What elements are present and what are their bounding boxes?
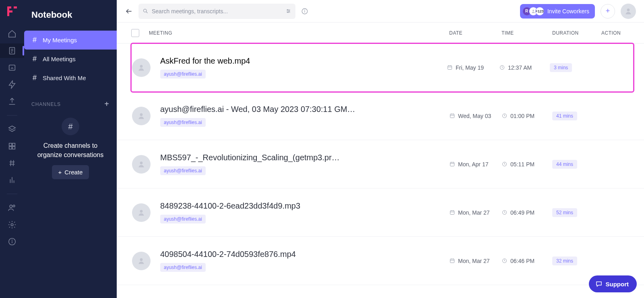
calendar-icon xyxy=(447,64,453,70)
user-avatar[interactable] xyxy=(621,4,636,19)
add-button[interactable]: + xyxy=(601,4,615,19)
channels-empty-text: Create channels to organize conversation… xyxy=(33,141,108,159)
svg-rect-9 xyxy=(9,147,12,149)
hash-icon xyxy=(8,159,17,168)
users-icon xyxy=(8,203,17,212)
meeting-title: ayush@fireflies.ai - Wed, 03 May 2023 07… xyxy=(160,105,386,114)
plus-icon: + xyxy=(58,169,62,176)
rail-settings[interactable] xyxy=(0,217,24,232)
clock-icon xyxy=(502,209,508,215)
upload-icon xyxy=(8,97,17,106)
sidebar-item-shared[interactable]: #Shared With Me xyxy=(24,68,117,87)
svg-marker-5 xyxy=(9,81,15,88)
channels-header: CHANNELS + xyxy=(24,87,117,114)
rail-grid[interactable] xyxy=(0,139,24,153)
duration-pill: 52 mins xyxy=(552,208,577,217)
rail-home[interactable] xyxy=(0,27,24,41)
svg-point-44 xyxy=(140,113,143,116)
rail-team[interactable] xyxy=(0,201,24,215)
create-label: Create xyxy=(64,169,83,176)
rail-info[interactable] xyxy=(0,234,24,249)
select-all-checkbox[interactable] xyxy=(131,29,139,37)
meeting-time: 12:37 AM xyxy=(508,64,532,71)
search-box[interactable] xyxy=(138,4,295,19)
svg-point-19 xyxy=(13,205,15,207)
calendar-icon xyxy=(449,209,455,215)
channels-empty-state: # Create channels to organize conversati… xyxy=(24,114,117,183)
sidebar-item-my-meetings[interactable]: #My Meetings xyxy=(24,31,117,50)
home-icon xyxy=(8,29,17,38)
main-pane: R +123 Invite Coworkers + MEETING DATE T… xyxy=(117,0,644,298)
support-button[interactable]: Support xyxy=(589,275,637,292)
rail-layers[interactable] xyxy=(0,122,24,137)
svg-point-32 xyxy=(287,12,288,13)
meeting-row[interactable]: MBS597_-_Revolutionizing_Scaling_(getmp3… xyxy=(117,140,644,188)
col-action: ACTION xyxy=(601,30,630,36)
meeting-date: Fri, May 19 xyxy=(456,64,484,71)
sidebar-item-label: Shared With Me xyxy=(43,74,86,81)
svg-point-35 xyxy=(305,10,305,10)
sidebar-item-label: All Meetings xyxy=(43,56,76,62)
chat-icon xyxy=(595,280,603,288)
meeting-time: 05:11 PM xyxy=(510,161,535,168)
clock-icon xyxy=(502,258,508,264)
svg-point-18 xyxy=(10,205,12,207)
svg-marker-6 xyxy=(9,126,16,130)
rail-analytics[interactable] xyxy=(0,173,24,187)
meeting-owner-badge: ayush@fireflies.ai xyxy=(160,118,206,127)
svg-point-37 xyxy=(627,8,630,11)
meeting-title: AskFred for the web.mp4 xyxy=(160,56,386,66)
hash-icon: # xyxy=(31,55,38,63)
rail-divider xyxy=(7,115,17,116)
create-channel-button[interactable]: +Create xyxy=(52,165,89,179)
filter-icon[interactable] xyxy=(285,8,291,14)
meeting-date: Mon, Mar 27 xyxy=(458,209,490,216)
rail-hash[interactable] xyxy=(0,156,24,170)
svg-rect-51 xyxy=(450,162,454,166)
svg-point-31 xyxy=(289,11,289,12)
add-channel-button[interactable]: + xyxy=(104,99,109,109)
app-logo xyxy=(6,5,19,18)
meeting-owner-badge: ayush@fireflies.ai xyxy=(160,70,206,79)
rail-upload[interactable] xyxy=(0,94,24,109)
search-help-icon[interactable] xyxy=(301,8,308,15)
rail-notebook[interactable] xyxy=(0,43,24,58)
svg-rect-63 xyxy=(450,259,454,263)
layers-icon xyxy=(8,125,17,134)
meeting-row[interactable]: ayush@fireflies.ai - Wed, 03 May 2023 07… xyxy=(117,92,644,140)
duration-pill: 44 mins xyxy=(552,160,577,169)
col-duration: DURATION xyxy=(552,30,601,36)
svg-point-38 xyxy=(140,65,143,68)
svg-point-30 xyxy=(287,9,288,10)
meeting-row[interactable]: 4098504-44100-2-74d0593fe876.mp4 ayush@f… xyxy=(117,237,644,285)
bars-icon xyxy=(8,176,17,184)
clock-icon xyxy=(502,161,508,167)
rail-media[interactable] xyxy=(0,60,24,75)
rail-bolt[interactable] xyxy=(0,77,24,92)
duration-pill: 3 mins xyxy=(550,63,572,72)
invite-coworkers-button[interactable]: R +123 Invite Coworkers xyxy=(520,4,595,19)
search-input[interactable] xyxy=(152,8,282,14)
meeting-row[interactable]: 8489238-44100-2-6ead23dd3f4d9.mp3 ayush@… xyxy=(117,188,644,237)
svg-rect-8 xyxy=(12,143,15,146)
svg-point-36 xyxy=(533,10,534,11)
bolt-icon xyxy=(8,80,17,89)
calendar-icon xyxy=(449,113,455,119)
svg-rect-39 xyxy=(448,66,452,69)
info-icon xyxy=(8,237,17,246)
meeting-row[interactable]: AskFred for the web.mp4 ayush@fireflies.… xyxy=(131,43,634,92)
invite-label: Invite Coworkers xyxy=(547,8,589,14)
duration-pill: 41 mins xyxy=(552,112,577,120)
sidebar-item-all-meetings[interactable]: #All Meetings xyxy=(24,50,117,68)
clock-icon xyxy=(502,113,508,119)
back-button[interactable] xyxy=(125,7,133,15)
svg-rect-57 xyxy=(450,211,454,214)
meeting-title: MBS597_-_Revolutionizing_Scaling_(getmp3… xyxy=(160,153,386,162)
col-time: TIME xyxy=(502,30,552,36)
meeting-date: Mon, Apr 17 xyxy=(458,161,489,168)
svg-rect-7 xyxy=(9,143,12,146)
meeting-avatar xyxy=(132,203,151,222)
meeting-avatar xyxy=(132,252,151,270)
meeting-owner-badge: ayush@fireflies.ai xyxy=(160,263,206,272)
user-icon xyxy=(624,7,632,15)
